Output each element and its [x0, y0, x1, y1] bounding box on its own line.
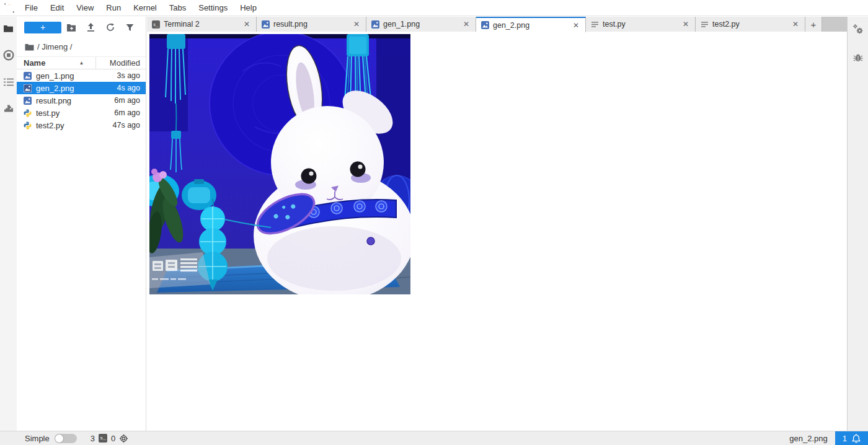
image-file-icon	[24, 84, 32, 92]
column-header-modified[interactable]: Modified	[95, 57, 146, 69]
tab-result-png[interactable]: result.png ✕	[257, 17, 366, 32]
right-activity-bar	[847, 17, 868, 431]
breadcrumb-folder-icon	[25, 43, 34, 51]
tab-bar: s_ Terminal 2 ✕ result.png ✕ gen_1.png ✕…	[147, 17, 847, 32]
menu-edit[interactable]: Edit	[44, 0, 70, 16]
image-file-icon	[24, 97, 32, 105]
tab-close-icon[interactable]: ✕	[242, 20, 251, 29]
column-header-name[interactable]: Name ▲	[17, 58, 95, 68]
file-row-result[interactable]: result.png 6m ago	[17, 94, 146, 107]
file-row-gen1[interactable]: gen_1.png 3s ago	[17, 69, 146, 82]
extension-manager-puzzle-icon[interactable]	[2, 102, 15, 115]
filter-icon[interactable]	[120, 21, 140, 33]
file-name: gen_2.png	[36, 84, 97, 93]
bell-icon	[852, 434, 861, 443]
left-activity-bar	[0, 17, 17, 431]
python-file-icon	[24, 121, 32, 130]
image-icon	[262, 20, 270, 29]
tab-test2-py[interactable]: test2.py ✕	[696, 17, 805, 32]
tab-gen2-png-active[interactable]: gen_2.png ✕	[476, 17, 586, 32]
sort-ascending-icon: ▲	[79, 60, 84, 66]
property-inspector-gears-icon[interactable]	[852, 23, 864, 35]
upload-icon[interactable]	[81, 21, 101, 33]
tab-test-py[interactable]: test.py ✕	[586, 17, 696, 32]
file-name: test2.py	[36, 121, 97, 130]
tab-close-icon[interactable]: ✕	[681, 20, 690, 29]
file-list-header: Name ▲ Modified	[17, 56, 146, 69]
file-modified: 6m ago	[97, 96, 146, 105]
file-modified: 6m ago	[97, 108, 146, 117]
terminals-kernels-status[interactable]: 3 s_ 0	[91, 434, 128, 443]
file-modified: 4s ago	[97, 84, 146, 92]
file-name: gen_1.png	[36, 71, 97, 81]
breadcrumb-path: / Jimeng /	[37, 42, 72, 51]
file-name: test.py	[36, 108, 97, 118]
notifications-button[interactable]: 1	[835, 431, 868, 445]
menu-file[interactable]: File	[19, 0, 44, 16]
notifications-count: 1	[843, 434, 847, 443]
file-row-test2py[interactable]: test2.py 47s ago	[17, 119, 146, 131]
jupyter-logo-icon	[0, 0, 19, 16]
menu-settings[interactable]: Settings	[192, 0, 234, 16]
jupyterlab-window: File Edit View Run Kernel Tabs Settings …	[0, 0, 868, 445]
new-tab-button[interactable]: +	[805, 17, 822, 32]
kernel-status-icon	[119, 434, 128, 443]
file-row-gen2-selected[interactable]: gen_2.png 4s ago	[17, 82, 146, 94]
status-bar: Simple 3 s_ 0 gen_2.png 1	[0, 431, 868, 445]
toggle-knob	[55, 434, 63, 443]
running-kernels-icon[interactable]	[2, 49, 15, 61]
tab-close-icon[interactable]: ✕	[572, 21, 580, 30]
menu-run[interactable]: Run	[100, 0, 127, 16]
file-browser-folder-icon[interactable]	[2, 22, 15, 35]
tab-close-icon[interactable]: ✕	[462, 20, 471, 29]
tab-close-icon[interactable]: ✕	[352, 20, 361, 29]
file-modified: 47s ago	[97, 121, 146, 130]
file-modified: 3s ago	[97, 71, 146, 80]
file-browser-panel: + / Jimeng / Name ▲ Modified	[17, 17, 146, 431]
image-file-icon	[24, 72, 32, 80]
simple-mode-label: Simple	[25, 434, 50, 443]
current-file-label: gen_2.png	[789, 434, 827, 443]
rabbit-image	[149, 34, 410, 294]
main-dock-panel: s_ Terminal 2 ✕ result.png ✕ gen_1.png ✕…	[147, 17, 847, 431]
file-browser-toolbar: +	[17, 17, 146, 37]
python-file-icon	[24, 109, 32, 117]
menu-tabs[interactable]: Tabs	[163, 0, 192, 16]
table-of-contents-icon[interactable]	[2, 76, 15, 88]
file-row-testpy[interactable]: test.py 6m ago	[17, 107, 146, 119]
menu-help[interactable]: Help	[234, 0, 263, 16]
tab-terminal-2[interactable]: s_ Terminal 2 ✕	[147, 17, 257, 32]
simple-mode-toggle[interactable]	[55, 434, 77, 443]
terminal-status-icon: s_	[99, 434, 107, 443]
text-file-icon	[701, 20, 709, 29]
image-icon	[371, 20, 379, 29]
refresh-icon[interactable]	[100, 21, 120, 33]
svg-text:s_: s_	[153, 22, 159, 27]
menu-kernel[interactable]: Kernel	[127, 0, 163, 16]
terminal-icon: s_	[152, 20, 160, 29]
breadcrumb[interactable]: / Jimeng /	[17, 37, 146, 56]
image-icon	[481, 21, 489, 29]
opened-image-gen2-png	[149, 34, 410, 294]
menu-view[interactable]: View	[70, 0, 100, 16]
file-name: result.png	[36, 96, 97, 105]
debugger-bug-icon[interactable]	[852, 51, 864, 64]
kernels-count: 0	[111, 434, 115, 443]
tab-close-icon[interactable]: ✕	[791, 20, 800, 29]
terminals-count: 3	[91, 434, 95, 443]
new-launcher-button[interactable]: +	[24, 22, 61, 33]
text-file-icon	[591, 20, 599, 29]
image-viewer-panel	[147, 32, 847, 431]
tab-gen1-png[interactable]: gen_1.png ✕	[366, 17, 476, 32]
menu-bar: File Edit View Run Kernel Tabs Settings …	[0, 0, 868, 16]
new-folder-icon[interactable]	[61, 21, 81, 33]
